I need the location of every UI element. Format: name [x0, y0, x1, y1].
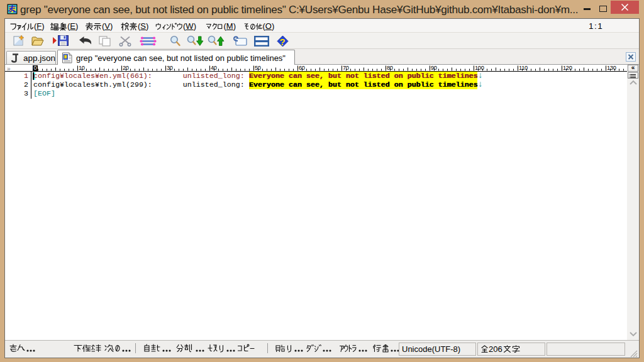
svg-text:?: ?	[280, 36, 286, 47]
